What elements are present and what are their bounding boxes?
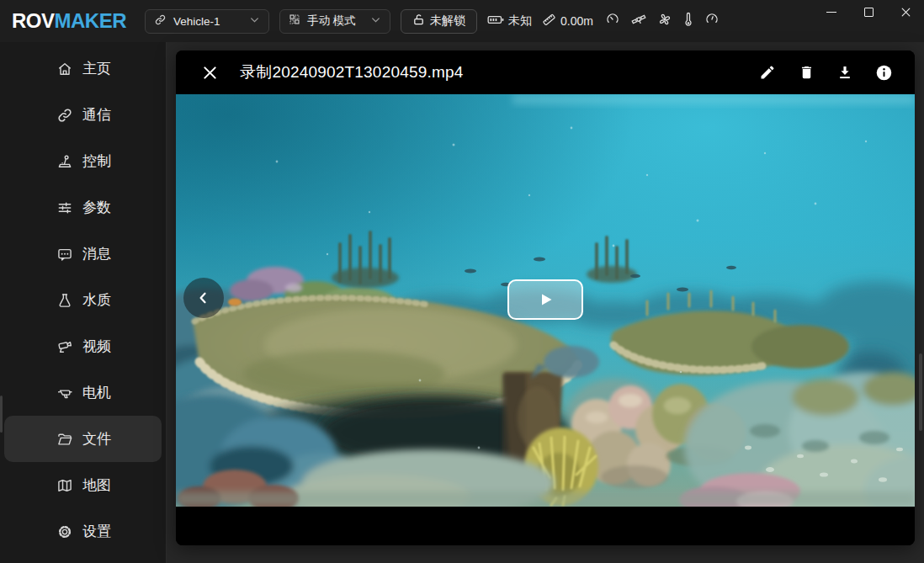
player-actions [758,63,893,82]
sidebar-item-files[interactable]: 文件 [4,416,162,462]
telemetry-icons [605,12,720,30]
sidebar-item-label: 通信 [82,105,111,125]
sidebar-item-video[interactable]: 视频 [4,323,162,369]
delete-icon [799,64,815,81]
info-icon [875,64,893,82]
play-icon [535,289,555,310]
edit-button[interactable] [758,63,777,82]
logo-text-primary: ROV [12,9,55,33]
chevron-down-icon [249,13,260,29]
close-player-button[interactable] [199,62,220,82]
sidebar-item-motors[interactable]: 电机 [4,369,162,416]
close-icon [201,64,219,82]
chevron-left-icon [196,290,211,305]
mode-dropdown-value: 手动 模式 [307,13,356,29]
maximize-button[interactable] [850,0,887,24]
folder-icon [56,431,73,448]
sliders-icon [56,199,73,216]
download-button[interactable] [836,63,854,82]
sidebar-item-label: 消息 [82,244,111,263]
video-frame[interactable] [176,94,915,507]
delete-button[interactable] [797,63,815,82]
link-icon [154,13,167,29]
sidebar-item-messages[interactable]: 消息 [4,231,162,277]
previous-file-button[interactable] [183,278,224,318]
grid-icon [289,13,300,29]
gear-icon [56,523,73,540]
flask-icon [56,292,73,309]
mode-dropdown[interactable]: 手动 模式 [279,9,390,34]
minimize-icon [826,12,836,13]
maximize-icon [864,8,874,17]
sidebar-item-label: 电机 [82,383,111,402]
top-bar: ROVMAKER Vehicle-1 手动 模式 未解锁 未知 [0,0,924,42]
battery-status-label: 未知 [508,13,532,29]
link-icon [56,107,73,124]
sidebar-item-settings[interactable]: 设置 [4,508,162,555]
app-logo: ROVMAKER [12,9,126,33]
close-window-button[interactable] [887,0,924,24]
video-filename: 录制20240902T13020459.mp4 [240,61,464,83]
vehicle-dropdown[interactable]: Vehicle-1 [145,9,269,34]
window-controls [813,0,924,24]
content-scrollbar[interactable] [919,353,922,431]
arm-unlock-label: 未解锁 [430,13,465,29]
depth-value-label: 0.00m [560,14,593,28]
sidebar-item-label: 视频 [82,337,111,356]
satellite-icon [631,12,646,30]
sidebar-item-water-quality[interactable]: 水质 [4,277,162,323]
arm-unlock-button[interactable]: 未解锁 [401,9,477,34]
joystick-icon [56,153,73,170]
battery-status: 未知 [487,13,532,29]
thermometer-icon [683,12,693,30]
lock-open-icon [412,13,425,29]
sidebar-nav: 主页 通信 控制 参数 消息 水质 视频 电机 [0,42,167,563]
gauge-icon [605,12,620,30]
sidebar-item-label: 地图 [82,475,111,495]
battery-icon [487,13,504,29]
vehicle-dropdown-value: Vehicle-1 [173,15,220,28]
sidebar-item-label: 主页 [82,59,111,78]
camera-icon [56,338,73,355]
video-player-modal: 录制20240902T13020459.mp4 [176,50,915,545]
minimize-button[interactable] [813,0,850,24]
logo-text-accent: MAKER [55,9,127,33]
sidebar-item-home[interactable]: 主页 [4,45,162,92]
sidebar-scrollbar[interactable] [0,396,3,433]
info-button[interactable] [874,63,893,82]
download-icon [836,64,853,81]
sidebar-item-control[interactable]: 控制 [4,138,162,184]
sidebar-item-label: 文件 [82,429,111,449]
player-footer [176,507,915,545]
motor-icon [56,385,73,401]
sidebar-item-label: 水质 [82,290,111,310]
sidebar-item-comms[interactable]: 通信 [4,92,162,138]
message-icon [56,246,73,263]
main-content: 录制20240902T13020459.mp4 [167,42,924,563]
close-icon [900,7,911,18]
sidebar-item-label: 控制 [82,151,111,171]
play-button[interactable] [507,279,583,320]
dial-icon [704,12,720,30]
depth-status: 0.00m [542,13,593,29]
sidebar-item-label: 参数 [82,198,111,217]
sidebar-item-map[interactable]: 地图 [4,462,162,508]
edit-icon [759,64,776,81]
map-icon [56,477,73,494]
ruler-icon [542,13,556,29]
home-icon [56,61,73,77]
sidebar-item-label: 设置 [82,522,111,541]
propeller-icon [657,12,672,30]
player-header: 录制20240902T13020459.mp4 [176,50,915,94]
sidebar-item-parameters[interactable]: 参数 [4,184,162,231]
chevron-down-icon [370,13,381,29]
